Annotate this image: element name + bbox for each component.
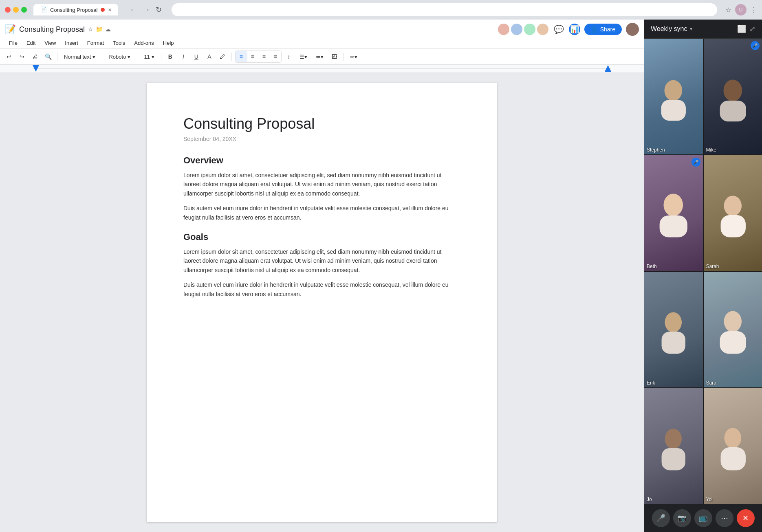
pen-tool-button[interactable]: ✏▾ bbox=[347, 53, 361, 61]
more-options-button[interactable]: ⋯ bbox=[716, 509, 733, 527]
ruler-left-indent[interactable] bbox=[33, 65, 39, 72]
mic-toggle-button[interactable]: 🎤 bbox=[652, 509, 670, 527]
bold-button[interactable]: B bbox=[165, 51, 176, 62]
video-tile-beth: 🎤 Beth bbox=[644, 155, 703, 271]
folder-icon[interactable]: 📁 bbox=[96, 26, 103, 33]
align-left-button[interactable]: ≡ bbox=[236, 51, 247, 62]
video-grid: Stephen 🎤 Mike bbox=[644, 39, 762, 504]
docs-area: 📝 Consulting Proposal ☆ 📁 ☁ bbox=[0, 20, 644, 532]
svg-rect-3 bbox=[720, 101, 746, 121]
cloud-icon[interactable]: ☁ bbox=[105, 26, 111, 33]
participant-name-jo: Jo bbox=[647, 497, 652, 502]
toolbar: ↩ ↪ 🖨 🔍 Normal text ▾ Roboto ▾ 11 ▾ B I … bbox=[0, 49, 644, 65]
star-icon[interactable]: ☆ bbox=[88, 26, 93, 33]
italic-button[interactable]: I bbox=[178, 51, 189, 62]
traffic-lights bbox=[5, 7, 27, 13]
doc-section2-para2: Duis autem vel eum iriure dolor in hendr… bbox=[183, 280, 460, 299]
font-dropdown[interactable]: Roboto ▾ bbox=[106, 53, 134, 61]
minimize-button[interactable] bbox=[13, 7, 19, 13]
svg-rect-5 bbox=[660, 215, 687, 237]
menu-format[interactable]: Format bbox=[83, 38, 108, 48]
toolbar-divider-3 bbox=[137, 53, 137, 61]
meet-title: Weekly sync ▾ bbox=[651, 25, 692, 33]
browser-actions: ☆ U ⋮ bbox=[725, 4, 757, 15]
font-size-dropdown[interactable]: 11 ▾ bbox=[141, 53, 157, 61]
undo-button[interactable]: ↩ bbox=[3, 51, 15, 62]
participant-name-stephen: Stephen bbox=[647, 147, 665, 153]
video-tile-jo: Jo bbox=[644, 388, 703, 504]
bookmark-icon[interactable]: ☆ bbox=[725, 6, 731, 14]
nav-controls: ← → ↻ bbox=[128, 4, 163, 16]
share-button[interactable]: 👤 Share bbox=[584, 24, 622, 35]
meet-icon-btn[interactable]: 📊 bbox=[569, 24, 580, 35]
docs-user-avatar[interactable] bbox=[626, 23, 639, 36]
text-color-button[interactable]: A bbox=[204, 51, 215, 62]
meet-title-text: Weekly sync bbox=[651, 25, 687, 33]
line-spacing-button[interactable]: ↕ bbox=[283, 51, 295, 62]
camera-toggle-button[interactable]: 📷 bbox=[673, 509, 691, 527]
print-button[interactable]: 🖨 bbox=[29, 51, 41, 62]
collaborator-avatar-1 bbox=[497, 23, 510, 36]
video-tile-erik: Erik bbox=[644, 272, 703, 387]
refresh-button[interactable]: ↻ bbox=[154, 4, 163, 16]
align-center-button[interactable]: ≡ bbox=[247, 51, 258, 62]
collaborator-avatar-4 bbox=[536, 23, 549, 36]
docs-logo-icon: 📝 bbox=[5, 24, 16, 35]
numbered-list-button[interactable]: ≔▾ bbox=[312, 53, 327, 61]
paragraph-style-dropdown[interactable]: Normal text ▾ bbox=[61, 53, 99, 61]
participant-name-mike: Mike bbox=[706, 147, 716, 153]
toolbar-divider-1 bbox=[57, 53, 57, 61]
browser-tab[interactable]: 📄 Consulting Proposal ✕ bbox=[33, 4, 118, 15]
document-canvas: Consulting Proposal September 04, 20XX O… bbox=[0, 73, 644, 532]
menu-edit[interactable]: Edit bbox=[22, 38, 40, 48]
svg-point-0 bbox=[664, 80, 682, 101]
svg-rect-1 bbox=[661, 100, 686, 121]
menu-view[interactable]: View bbox=[40, 38, 60, 48]
image-button[interactable]: 🖼 bbox=[328, 51, 340, 62]
back-button[interactable]: ← bbox=[128, 4, 139, 16]
doc-section1-heading: Overview bbox=[183, 155, 460, 166]
menu-insert[interactable]: Insert bbox=[61, 38, 82, 48]
present-button[interactable]: 📺 bbox=[694, 509, 712, 527]
menu-file[interactable]: File bbox=[5, 38, 22, 48]
menu-addons[interactable]: Add-ons bbox=[130, 38, 158, 48]
svg-rect-9 bbox=[662, 332, 685, 354]
highlight-button[interactable]: 🖊 bbox=[217, 51, 228, 62]
ruler bbox=[0, 65, 644, 73]
participant-name-sarah: Sarah bbox=[706, 264, 719, 269]
meet-panel: Weekly sync ▾ ⬜ ⤢ Stephen bbox=[644, 20, 762, 532]
pip-icon[interactable]: ⬜ bbox=[737, 24, 746, 33]
tab-favicon: 📄 bbox=[40, 7, 47, 13]
menu-help[interactable]: Help bbox=[159, 38, 178, 48]
toolbar-divider-4 bbox=[161, 53, 161, 61]
document-page[interactable]: Consulting Proposal September 04, 20XX O… bbox=[147, 83, 497, 522]
meet-title-chevron-icon[interactable]: ▾ bbox=[690, 26, 692, 32]
expand-icon[interactable]: ⤢ bbox=[749, 24, 755, 33]
font-label: Roboto bbox=[109, 54, 126, 60]
svg-rect-15 bbox=[720, 447, 745, 470]
hangup-button[interactable]: ✕ bbox=[737, 509, 755, 527]
svg-rect-13 bbox=[662, 448, 685, 470]
align-right-button[interactable]: ≡ bbox=[258, 51, 270, 62]
ruler-right-indent[interactable] bbox=[605, 65, 611, 72]
close-button[interactable] bbox=[5, 7, 11, 13]
chat-icon[interactable]: 💬 bbox=[553, 24, 565, 35]
zoom-button[interactable]: 🔍 bbox=[42, 51, 54, 62]
meet-controls: 🎤 📷 📺 ⋯ ✕ bbox=[644, 504, 762, 532]
align-justify-button[interactable]: ≡ bbox=[270, 51, 281, 62]
underline-button[interactable]: U bbox=[191, 51, 202, 62]
address-bar[interactable] bbox=[172, 3, 717, 16]
browser-menu-icon[interactable]: ⋮ bbox=[751, 6, 757, 14]
doc-title: Consulting Proposal bbox=[19, 25, 85, 34]
browser-user-avatar[interactable]: U bbox=[735, 4, 747, 15]
video-tile-mike: 🎤 Mike bbox=[704, 39, 762, 154]
bullet-list-button[interactable]: ☰▾ bbox=[296, 53, 311, 61]
menu-tools[interactable]: Tools bbox=[109, 38, 129, 48]
svg-point-4 bbox=[664, 193, 683, 216]
redo-button[interactable]: ↪ bbox=[16, 51, 28, 62]
forward-button[interactable]: → bbox=[141, 4, 152, 16]
font-size-chevron: ▾ bbox=[152, 54, 154, 60]
tab-close-icon[interactable]: ✕ bbox=[108, 7, 112, 13]
collaborator-avatars bbox=[497, 23, 549, 36]
maximize-button[interactable] bbox=[21, 7, 27, 13]
